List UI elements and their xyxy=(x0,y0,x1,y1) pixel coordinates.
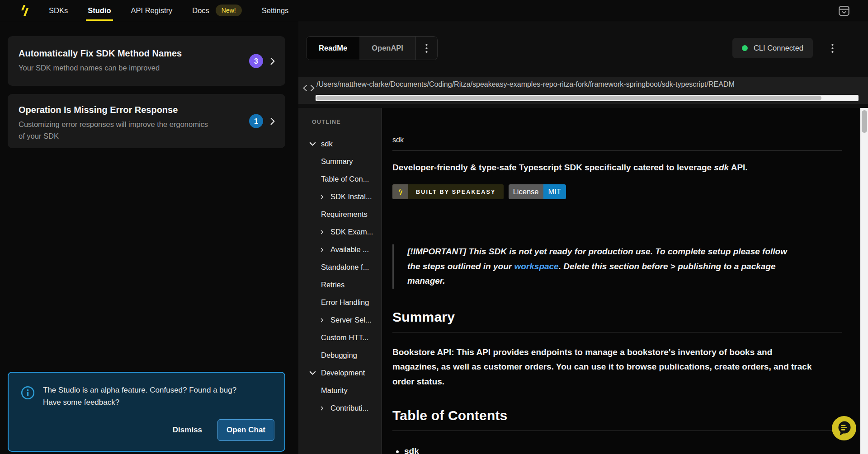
outline-item-sdk[interactable]: sdk xyxy=(298,135,382,153)
app-root: SDKs Studio API Registry Docs New! Setti… xyxy=(0,0,868,454)
nav-item-settings[interactable]: Settings xyxy=(262,0,289,21)
alert-actions: Dismiss Open Chat xyxy=(169,419,274,441)
issue-count-badge: 3 xyxy=(249,54,263,68)
nav-item-api-registry[interactable]: API Registry xyxy=(131,0,173,21)
outline-item-contributions[interactable]: Contributi... xyxy=(298,399,382,417)
outline-panel: OUTLINE sdk Summary Table of Con... SDK xyxy=(298,108,382,454)
open-chat-button[interactable]: Open Chat xyxy=(217,419,274,441)
alpha-feedback-alert: The Studio is an alpha feature. Confused… xyxy=(8,372,285,452)
status-green-dot-icon xyxy=(742,45,748,51)
nav-item-sdks[interactable]: SDKs xyxy=(49,0,68,21)
outline-item-standalone-functions[interactable]: Standalone f... xyxy=(298,258,382,276)
chevron-down-icon xyxy=(309,371,316,375)
issue-card-fix-method-names[interactable]: Automatically Fix SDK Method Names Your … xyxy=(8,36,285,86)
window-panel-icon[interactable] xyxy=(837,4,851,18)
outline-tree: sdk Summary Table of Con... SDK Instal..… xyxy=(298,135,382,417)
outline-label: Available ... xyxy=(330,245,369,254)
code-brackets-icon xyxy=(302,84,315,92)
chevron-right-icon xyxy=(319,195,326,199)
outline-item-requirements[interactable]: Requirements xyxy=(298,206,382,223)
issue-card-missing-error-response[interactable]: Operation Is Missing Error Response Cust… xyxy=(8,94,285,148)
outline-item-available-resources[interactable]: Available ... xyxy=(298,241,382,258)
divider xyxy=(392,150,842,151)
outline-label: SDK Exam... xyxy=(330,228,373,236)
file-tabs: ReadMe OpenAPI xyxy=(306,36,438,60)
info-icon xyxy=(21,386,35,400)
chevron-right-icon xyxy=(270,57,275,65)
nav-item-docs[interactable]: Docs xyxy=(192,0,209,21)
built-by-label: BUILT BY SPEAKEASY xyxy=(408,184,504,199)
readme-intro: Developer-friendly & type-safe Typescrip… xyxy=(392,163,842,173)
new-badge: New! xyxy=(216,5,242,16)
toc-list: sdk xyxy=(392,446,842,454)
nav-item-studio[interactable]: Studio xyxy=(88,0,111,21)
dismiss-button[interactable]: Dismiss xyxy=(169,421,206,439)
tabs-kebab-menu[interactable] xyxy=(415,37,437,60)
workspace-link[interactable]: workspace xyxy=(514,262,558,271)
outline-label: Error Handling xyxy=(321,298,369,307)
tab-openapi[interactable]: OpenAPI xyxy=(359,37,415,60)
license-label: License xyxy=(509,184,543,199)
chevron-down-icon xyxy=(309,142,316,146)
built-by-speakeasy-badge: BUILT BY SPEAKEASY xyxy=(392,184,504,199)
horizontal-scrollbar[interactable] xyxy=(316,95,859,101)
file-path-bar: /Users/matthew-clarke/Documents/Coding/R… xyxy=(298,77,868,104)
readme-preview: sdk Developer-friendly & type-safe Types… xyxy=(382,108,860,454)
readme-content-row: OUTLINE sdk Summary Table of Con... SDK xyxy=(298,108,868,454)
studio-main-panel: ReadMe OpenAPI CLI Connected xyxy=(298,21,868,454)
summary-heading: Summary xyxy=(392,309,842,325)
issue-subtitle: Customizing error responses will improve… xyxy=(19,118,213,142)
chevron-right-icon xyxy=(270,117,275,125)
tab-readme[interactable]: ReadMe xyxy=(307,37,359,60)
outline-item-error-handling[interactable]: Error Handling xyxy=(298,294,382,311)
important-blockquote: [!IMPORTANT] This SDK is not yet ready f… xyxy=(392,244,802,289)
outline-item-sdk-examples[interactable]: SDK Exam... xyxy=(298,223,382,241)
outline-item-custom-http[interactable]: Custom HTT... xyxy=(298,329,382,346)
toolbar-right: CLI Connected xyxy=(732,38,838,58)
intro-text: Developer-friendly & type-safe Typescrip… xyxy=(392,163,714,172)
toc-item-sdk[interactable]: sdk xyxy=(392,446,842,454)
nav-group-docs: Docs New! xyxy=(192,0,242,21)
top-nav: SDKs Studio API Registry Docs New! Setti… xyxy=(0,0,868,21)
chevron-right-icon xyxy=(319,318,326,323)
outline-item-development[interactable]: Development xyxy=(298,364,382,382)
issue-card-meta: 1 xyxy=(249,114,275,128)
vertical-scrollbar[interactable] xyxy=(860,108,868,454)
license-badge: License MIT xyxy=(509,184,566,199)
outline-item-server-selection[interactable]: Server Sel... xyxy=(298,311,382,329)
speakeasy-logo-icon[interactable] xyxy=(19,4,31,17)
summary-paragraph: Bookstore API: This API provides endpoin… xyxy=(392,345,813,389)
outline-label: Standalone f... xyxy=(321,263,369,271)
chevron-right-icon xyxy=(319,230,326,234)
alert-message: The Studio is an alpha feature. Confused… xyxy=(43,384,255,408)
outline-item-table-of-contents[interactable]: Table of Con... xyxy=(298,170,382,188)
outline-item-maturity[interactable]: Maturity xyxy=(298,382,382,399)
outline-label: Requirements xyxy=(321,210,368,219)
horizontal-scrollbar-thumb[interactable] xyxy=(316,96,821,100)
toolbar-kebab-menu[interactable] xyxy=(826,39,838,57)
divider xyxy=(392,431,842,431)
readme-badges: BUILT BY SPEAKEASY License MIT xyxy=(392,184,842,199)
nav-menu: SDKs Studio API Registry Docs New! Setti… xyxy=(49,0,288,21)
intro-italic: sdk xyxy=(714,163,729,172)
vertical-scrollbar-thumb[interactable] xyxy=(862,110,867,133)
outline-item-debugging[interactable]: Debugging xyxy=(298,346,382,364)
cli-status-label: CLI Connected xyxy=(754,44,803,52)
speakeasy-logo-icon xyxy=(392,184,408,199)
cli-status-pill: CLI Connected xyxy=(732,38,813,58)
outline-label: Development xyxy=(321,369,365,377)
issue-title: Operation Is Missing Error Response xyxy=(19,105,236,115)
chevron-right-icon xyxy=(319,248,326,252)
outline-label: SDK Instal... xyxy=(330,192,372,201)
issue-card-meta: 3 xyxy=(249,54,275,68)
outline-item-summary[interactable]: Summary xyxy=(298,153,382,170)
license-value: MIT xyxy=(543,184,566,199)
chat-fab-button[interactable] xyxy=(832,416,856,440)
intro-text: API. xyxy=(729,163,748,172)
issue-count-badge: 1 xyxy=(249,114,263,128)
outline-item-retries[interactable]: Retries xyxy=(298,276,382,294)
outline-header: OUTLINE xyxy=(312,119,382,125)
outline-item-sdk-installation[interactable]: SDK Instal... xyxy=(298,188,382,206)
outline-label: Server Sel... xyxy=(330,316,372,324)
readme-toolbar: ReadMe OpenAPI CLI Connected xyxy=(306,36,838,60)
